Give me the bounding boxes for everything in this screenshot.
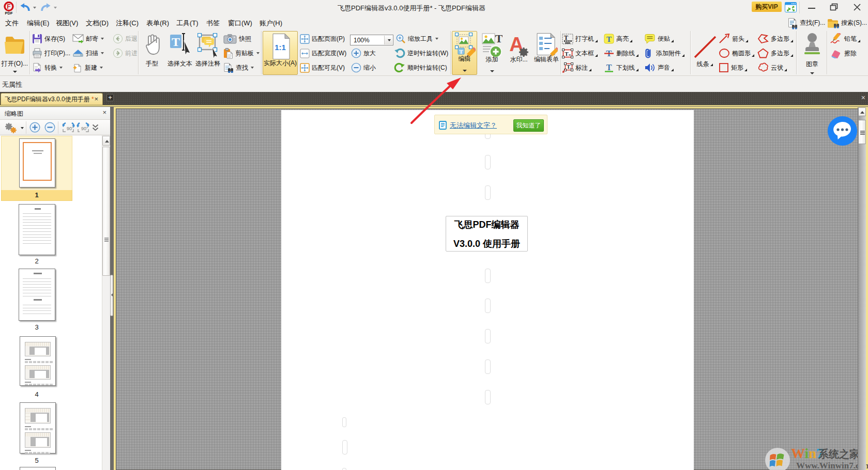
svg-text:90°: 90° (81, 126, 88, 131)
svg-text:F: F (7, 3, 10, 10)
svg-text:T: T (565, 50, 569, 56)
svg-text:T: T (606, 35, 612, 43)
svg-text:1:1: 1:1 (275, 43, 286, 52)
svg-text:PDF: PDF (5, 11, 13, 15)
svg-text:T: T (564, 34, 568, 41)
svg-text:90°: 90° (67, 126, 74, 131)
svg-text:T: T (495, 33, 502, 45)
svg-text:T: T (606, 63, 612, 72)
svg-text:T: T (172, 35, 180, 49)
svg-text:T: T (459, 49, 463, 55)
svg-text:T.: T. (567, 64, 571, 70)
